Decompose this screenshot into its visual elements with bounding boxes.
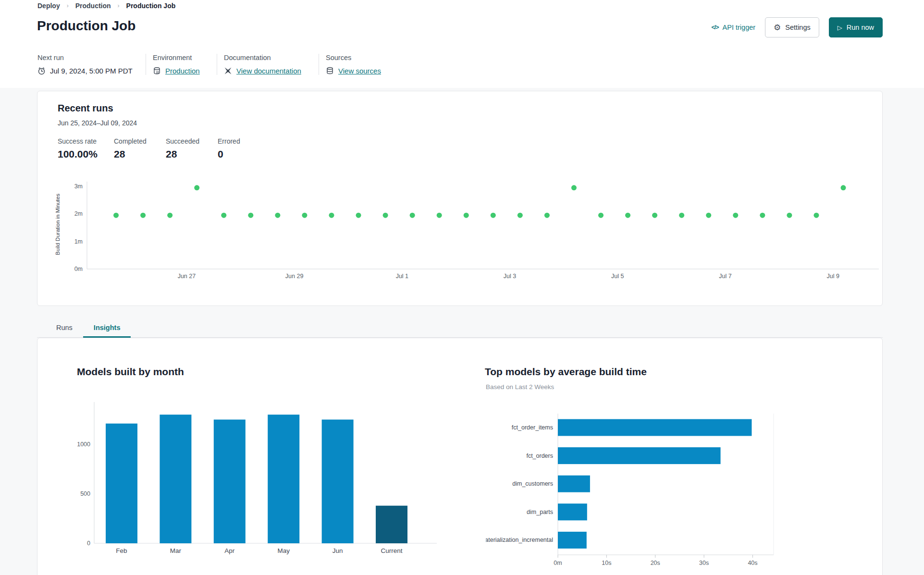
page-title: Production Job xyxy=(37,18,136,34)
svg-text:Jul 9: Jul 9 xyxy=(827,273,839,280)
job-meta-row: Next run Jul 9, 2024, 5:00 PM PDT Enviro… xyxy=(37,54,388,75)
recent-runs-date-range: Jun 25, 2024–Jul 09, 2024 xyxy=(58,119,137,127)
dbt-docs-icon xyxy=(224,67,232,75)
meta-sources: Sources View sources xyxy=(319,54,388,75)
svg-text:0m: 0m xyxy=(554,560,562,566)
svg-text:Jun: Jun xyxy=(333,547,343,554)
code-icon: </> xyxy=(712,24,719,31)
svg-text:fct_orders: fct_orders xyxy=(526,453,553,459)
stat-errored: Errored 0 xyxy=(218,137,240,160)
breadcrumb-deploy[interactable]: Deploy xyxy=(37,2,60,10)
top-models-chart-subtitle: Based on Last 2 Weeks xyxy=(486,383,554,391)
svg-text:2m: 2m xyxy=(74,210,83,217)
run-now-label: Run now xyxy=(847,24,874,31)
svg-text:Jul 1: Jul 1 xyxy=(396,273,408,280)
svg-text:500: 500 xyxy=(80,490,90,497)
svg-text:Feb: Feb xyxy=(116,547,127,554)
chevron-right-icon: › xyxy=(67,2,69,9)
next-run-value: Jul 9, 2024, 5:00 PM PDT xyxy=(50,67,133,75)
meta-next-run: Next run Jul 9, 2024, 5:00 PM PDT xyxy=(37,54,146,75)
api-trigger-link[interactable]: </> API trigger xyxy=(712,24,756,31)
svg-text:30s: 30s xyxy=(699,560,709,566)
insights-panel: Models built by month 05001000FebMarAprM… xyxy=(37,338,883,575)
svg-text:40s: 40s xyxy=(748,560,757,566)
meta-environment: Environment Production xyxy=(146,54,217,75)
stat-success-rate: Success rate 100.00% xyxy=(58,137,114,160)
clock-icon xyxy=(37,67,46,75)
environment-link[interactable]: Production xyxy=(165,67,200,75)
build-duration-chart: 0m1m2m3mJun 27Jun 29Jul 1Jul 3Jul 5Jul 7… xyxy=(49,173,882,284)
meta-label: Next run xyxy=(37,54,139,61)
svg-text:Jul 3: Jul 3 xyxy=(504,273,516,280)
svg-text:May: May xyxy=(277,547,290,554)
breadcrumb-production[interactable]: Production xyxy=(75,2,111,10)
svg-text:20s: 20s xyxy=(651,560,660,566)
svg-text:materialization_incremental: materialization_incremental xyxy=(486,537,553,543)
breadcrumb-production-job: Production Job xyxy=(126,2,176,10)
recent-runs-stats: Success rate 100.00% Completed 28 Succee… xyxy=(58,137,240,160)
svg-text:Mar: Mar xyxy=(170,547,182,554)
stat-succeeded: Succeeded 28 xyxy=(166,137,218,160)
meta-label: Environment xyxy=(153,54,210,61)
production-job-page: Deploy › Production › Production Job Pro… xyxy=(0,0,924,575)
svg-text:Apr: Apr xyxy=(224,547,235,554)
svg-text:0m: 0m xyxy=(74,266,83,272)
chevron-right-icon: › xyxy=(118,2,120,9)
view-documentation-link[interactable]: View documentation xyxy=(236,67,301,75)
models-built-chart: 05001000FebMarAprMayJunCurrent xyxy=(77,399,443,558)
api-trigger-label: API trigger xyxy=(723,24,756,31)
svg-text:dim_parts: dim_parts xyxy=(527,509,553,515)
recent-runs-card: Recent runs Jun 25, 2024–Jul 09, 2024 Su… xyxy=(37,91,883,306)
meta-label: Documentation xyxy=(224,54,312,61)
svg-text:Jun 27: Jun 27 xyxy=(178,273,196,280)
svg-text:10s: 10s xyxy=(602,560,611,566)
stat-completed: Completed 28 xyxy=(114,137,166,160)
svg-text:1000: 1000 xyxy=(77,441,90,448)
recent-runs-title: Recent runs xyxy=(58,103,113,114)
meta-label: Sources xyxy=(326,54,381,61)
tab-insights[interactable]: Insights xyxy=(83,319,131,338)
tab-runs[interactable]: Runs xyxy=(46,319,83,338)
settings-label: Settings xyxy=(785,24,810,31)
svg-text:1m: 1m xyxy=(74,238,83,245)
gear-icon: ⚙ xyxy=(774,23,781,33)
svg-text:dim_customers: dim_customers xyxy=(512,480,553,487)
header-actions: </> API trigger ⚙ Settings ▷ Run now xyxy=(712,17,883,37)
environment-icon xyxy=(153,67,161,75)
top-models-chart: 0m10s20s30s40sfct_order_itemsfct_ordersd… xyxy=(486,409,870,572)
svg-text:Jul 7: Jul 7 xyxy=(719,273,731,280)
meta-documentation: Documentation View documentation xyxy=(217,54,319,75)
svg-text:Jul 5: Jul 5 xyxy=(611,273,624,280)
svg-text:3m: 3m xyxy=(74,183,83,190)
database-icon xyxy=(326,67,334,75)
models-built-chart-title: Models built by month xyxy=(77,366,184,378)
svg-text:Current: Current xyxy=(381,547,402,554)
run-now-button[interactable]: ▷ Run now xyxy=(829,17,883,37)
svg-text:Jun 29: Jun 29 xyxy=(285,273,304,280)
breadcrumb: Deploy › Production › Production Job xyxy=(37,2,175,10)
view-sources-link[interactable]: View sources xyxy=(338,67,381,75)
tab-bar: Runs Insights xyxy=(37,319,883,338)
settings-button[interactable]: ⚙ Settings xyxy=(765,17,819,37)
top-models-chart-title: Top models by average build time xyxy=(485,366,647,378)
play-icon: ▷ xyxy=(838,24,842,31)
svg-text:0: 0 xyxy=(87,540,90,547)
svg-text:fct_order_items: fct_order_items xyxy=(512,424,553,431)
